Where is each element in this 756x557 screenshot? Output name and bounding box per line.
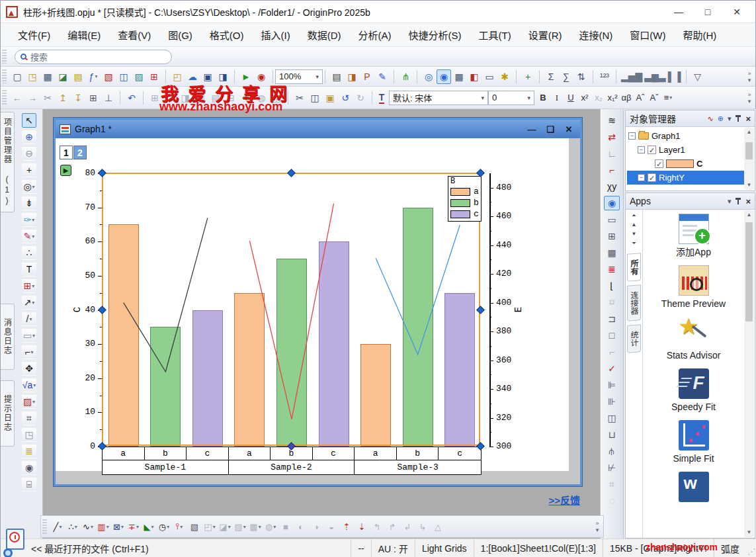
format-text-button[interactable]: T (374, 91, 389, 105)
special-plot-button[interactable]: ⊠ (111, 519, 126, 534)
graph1-close-button[interactable]: ✕ (562, 124, 576, 134)
area-plot-button[interactable]: ◣ (142, 519, 156, 534)
mask-color-button[interactable]: ◒ (324, 519, 339, 534)
print-preview-button[interactable]: ◨ (345, 69, 359, 84)
toolbar-overflow-icon-2[interactable]: »▾ (745, 91, 754, 105)
export-powerpoint-button[interactable]: P (360, 69, 374, 84)
image-plot-button[interactable]: ■ (278, 519, 293, 534)
tilt-left-button[interactable]: ↲ (400, 519, 415, 534)
theme-gear-button[interactable]: ✱ (497, 69, 512, 84)
layer1-checkbox[interactable]: ✓ (648, 146, 656, 154)
pointer-tool[interactable]: ↖ (22, 113, 36, 128)
close-button[interactable]: ✕ (724, 3, 750, 21)
toolbar-overflow-icon[interactable]: »▾ (745, 70, 754, 83)
bold-button[interactable]: B (536, 91, 550, 105)
statistics-column-button[interactable]: Σ (544, 69, 558, 84)
clear-button[interactable]: ✂ (40, 91, 55, 105)
om-pin-icon[interactable] (735, 115, 741, 122)
remove-points-button[interactable]: ⇣ (355, 519, 369, 534)
distribute-h-button[interactable]: ◫ (604, 411, 620, 425)
superscript-button[interactable]: x² (578, 91, 591, 105)
menu-item[interactable]: 数据(D) (300, 25, 349, 44)
3d-wireframe-button[interactable]: ▨ (233, 519, 247, 534)
align-button[interactable]: ≡ (661, 91, 675, 105)
add-left-y-axis-button[interactable]: ∟ (604, 146, 620, 161)
draw-data-tool[interactable]: ✎ (22, 229, 36, 243)
decrease-font-button[interactable]: Aˇ (648, 91, 661, 105)
insert-sheet-tool[interactable]: ⌗ (22, 411, 36, 425)
increase-font-button[interactable]: Aˆ (634, 91, 647, 105)
unstack-columns-button[interactable]: ▤ (208, 91, 223, 105)
move-column-button[interactable]: ◨ (178, 91, 192, 105)
plot-column-button[interactable]: ▂▅▇ (620, 69, 643, 84)
graph1-minimize-button[interactable]: — (525, 124, 539, 134)
align-bottom-button[interactable]: ⊪ (604, 394, 620, 409)
stack-columns-button[interactable]: ▥ (193, 91, 208, 105)
world-data-button[interactable]: ◍ (254, 91, 269, 105)
menu-item[interactable]: 设置(R) (521, 25, 570, 44)
apps-pin-icon[interactable] (735, 198, 741, 205)
menu-item[interactable]: 快捷分析(S) (401, 25, 470, 44)
minimize-button[interactable]: — (665, 3, 692, 21)
axis-fit-curve-button[interactable]: ✓ (604, 361, 620, 376)
move-data-button[interactable]: ⇡ (339, 519, 354, 534)
tree-item-righty[interactable]: − ✓ RightY (627, 171, 753, 185)
import-wizard-button[interactable]: ↧ (71, 91, 85, 105)
apps-tab-所有[interactable]: 所有 (627, 253, 641, 281)
project-explorer-button[interactable]: ⋔ (398, 69, 413, 84)
recent-files-icon[interactable] (5, 529, 27, 555)
om-plot-mode-icon[interactable]: ∿ (707, 114, 713, 123)
format-editor-button[interactable]: ◧ (467, 69, 482, 84)
add-column-button[interactable]: + (521, 69, 535, 84)
column-plot-button[interactable]: ▥ (96, 519, 110, 534)
menu-item[interactable]: 查看(V) (110, 25, 159, 44)
plot-c-checkbox[interactable]: ✓ (655, 159, 663, 168)
axis-frame-l-button[interactable]: ⌊ (604, 278, 620, 293)
box-plot-button[interactable]: ∓ (126, 519, 141, 534)
line-plot-button[interactable]: ╱ (50, 519, 65, 534)
tab-message-log[interactable]: 消息日志 (1, 304, 15, 370)
status-segment-5[interactable]: 弧度 (714, 539, 746, 557)
line-tool[interactable]: / (22, 312, 36, 326)
app-speedy-fit[interactable]: Speedy Fit (657, 368, 730, 413)
color-tool[interactable]: ◉ (22, 460, 36, 475)
arrow-tool[interactable]: ↗ (22, 295, 36, 310)
snap-objects-button[interactable]: ◌ (604, 493, 620, 508)
worksheet-query-button[interactable]: ▦ (452, 69, 466, 84)
slide-edit-button[interactable]: ✎ (375, 69, 390, 84)
zoom-level-select[interactable]: 100%▾ (275, 69, 323, 84)
search-input[interactable]: 搜索 (15, 50, 172, 64)
rotate-3d-tool[interactable]: ◳ (22, 427, 36, 442)
save-template-button[interactable]: ◨ (216, 69, 230, 84)
polar-plot-button[interactable]: ◷ (157, 519, 171, 534)
tree-item-layer1[interactable]: − ✓ Layer1 (627, 143, 753, 157)
pilcrow-tool[interactable]: ⌸ (22, 477, 36, 492)
3d-scatter-button[interactable]: ◰ (202, 519, 217, 534)
stock-plot-button[interactable]: ⫯ (172, 519, 187, 534)
unmask-points-button[interactable]: ◑ (309, 519, 323, 534)
new-notes-button[interactable]: ▨ (132, 69, 146, 84)
new-matrix-button[interactable]: ⊞ (147, 69, 161, 84)
new-project-button[interactable]: ▢ (10, 69, 24, 84)
layer-1-button[interactable]: 1 (60, 146, 73, 159)
digitizer-button[interactable]: ► (239, 69, 253, 84)
menu-item[interactable]: 窗口(W) (622, 25, 673, 44)
om-menu-icon[interactable]: ▾ (728, 114, 732, 123)
paste-button[interactable]: ▣ (323, 91, 337, 105)
cloud-import-button[interactable]: ☁ (185, 69, 200, 84)
data-reader-tool[interactable]: ◎ (22, 179, 36, 194)
ungroup-objects-button[interactable]: ⊬ (604, 460, 620, 475)
tab-hint-log[interactable]: 提示日志 (1, 380, 15, 447)
rectangle-tool[interactable]: ▭ (22, 328, 36, 343)
om-annotation-mode-icon[interactable]: ⊕ (718, 114, 724, 123)
plot-toolbar-overflow-icon[interactable]: »▾ (593, 520, 602, 533)
menu-item[interactable]: 连接(N) (571, 25, 620, 44)
graph1-window[interactable]: Graph1 * — ❑ ✕ 1 2 ▶ 01020304050607080C3… (54, 118, 582, 486)
righty-checkbox[interactable]: ✓ (648, 173, 656, 182)
maximize-button[interactable]: □ (694, 3, 721, 21)
menu-item[interactable]: 编辑(E) (60, 25, 108, 44)
tree-item-graph1[interactable]: − Graph1 (627, 129, 753, 143)
font-size-select[interactable]: 0▾ (488, 91, 534, 105)
annotation-tool[interactable]: ⊞ (22, 278, 36, 293)
underline-button[interactable]: U (564, 91, 577, 105)
